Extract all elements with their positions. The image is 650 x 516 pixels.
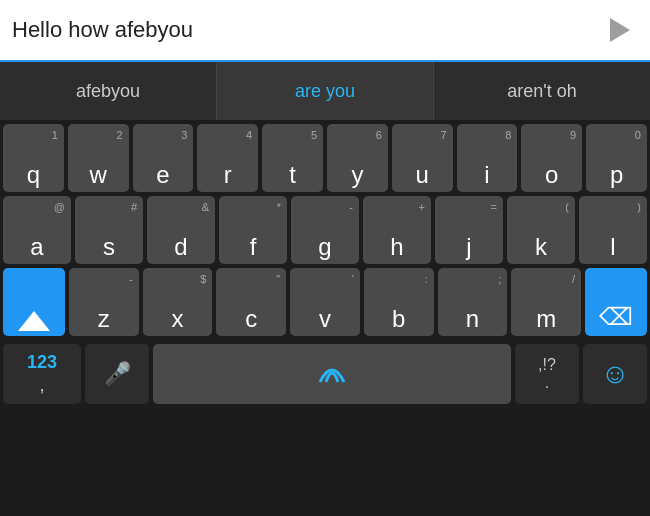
shift-icon: [18, 311, 50, 331]
key-w[interactable]: 2 w: [68, 124, 129, 192]
key-c-secondary: ": [276, 273, 280, 285]
key-c-primary: c: [245, 307, 257, 331]
keyboard: 1 q 2 w 3 e 4 r 5 t 6 y 7 u 8 i: [0, 120, 650, 340]
key-m[interactable]: / m: [511, 268, 581, 336]
key-p-primary: p: [610, 163, 623, 187]
key-i[interactable]: 8 i: [457, 124, 518, 192]
key-f-secondary: *: [277, 201, 281, 213]
key-f-primary: f: [250, 235, 257, 259]
key-q[interactable]: 1 q: [3, 124, 64, 192]
key-o-secondary: 9: [570, 129, 576, 141]
key-w-secondary: 2: [116, 129, 122, 141]
key-d-primary: d: [174, 235, 187, 259]
shift-key[interactable]: [3, 268, 65, 336]
key-b[interactable]: : b: [364, 268, 434, 336]
key-n[interactable]: ; n: [438, 268, 508, 336]
key-row-3: - z $ x " c ' v : b ; n / m ⌫: [3, 268, 647, 336]
emoji-icon: ☺: [601, 358, 630, 390]
key-c[interactable]: " c: [216, 268, 286, 336]
key-k[interactable]: ( k: [507, 196, 575, 264]
key-b-primary: b: [392, 307, 405, 331]
key-v-primary: v: [319, 307, 331, 331]
key-o-primary: o: [545, 163, 558, 187]
key-p-secondary: 0: [635, 129, 641, 141]
period-label: .: [545, 374, 549, 392]
key-q-secondary: 1: [52, 129, 58, 141]
key-j[interactable]: = j: [435, 196, 503, 264]
key-u-primary: u: [416, 163, 429, 187]
backspace-icon: ⌫: [599, 303, 633, 331]
comma-label: ,: [39, 375, 44, 396]
key-s-primary: s: [103, 235, 115, 259]
key-t[interactable]: 5 t: [262, 124, 323, 192]
key-f[interactable]: * f: [219, 196, 287, 264]
punct-key[interactable]: ,!? .: [515, 344, 579, 404]
key-l-secondary: ): [637, 201, 641, 213]
key-g[interactable]: - g: [291, 196, 359, 264]
key-k-primary: k: [535, 235, 547, 259]
key-w-primary: w: [90, 163, 107, 187]
suggestion-3[interactable]: aren't oh: [434, 62, 650, 120]
key-g-primary: g: [318, 235, 331, 259]
suggestions-bar: afebyou are you aren't oh: [0, 62, 650, 120]
key-y[interactable]: 6 y: [327, 124, 388, 192]
suggestion-2[interactable]: are you: [217, 62, 434, 120]
key-u-secondary: 7: [440, 129, 446, 141]
key-row-2: @ a # s & d * f - g + h = j ( k: [3, 196, 647, 264]
key-b-secondary: :: [425, 273, 428, 285]
key-d[interactable]: & d: [147, 196, 215, 264]
key-l[interactable]: ) l: [579, 196, 647, 264]
key-q-primary: q: [27, 163, 40, 187]
space-key[interactable]: [153, 344, 511, 404]
key-n-primary: n: [466, 307, 479, 331]
num-key[interactable]: 123 ,: [3, 344, 81, 404]
key-i-secondary: 8: [505, 129, 511, 141]
key-k-secondary: (: [565, 201, 569, 213]
key-g-secondary: -: [349, 201, 353, 213]
key-s-secondary: #: [131, 201, 137, 213]
key-t-secondary: 5: [311, 129, 317, 141]
mic-key[interactable]: 🎤: [85, 344, 149, 404]
key-z[interactable]: - z: [69, 268, 139, 336]
key-m-primary: m: [536, 307, 556, 331]
mic-icon: 🎤: [104, 361, 131, 387]
key-s[interactable]: # s: [75, 196, 143, 264]
key-a-secondary: @: [54, 201, 65, 213]
key-y-secondary: 6: [376, 129, 382, 141]
key-z-primary: z: [98, 307, 110, 331]
key-r-primary: r: [224, 163, 232, 187]
text-input[interactable]: [12, 17, 598, 43]
send-icon: [610, 18, 630, 42]
key-p[interactable]: 0 p: [586, 124, 647, 192]
key-l-primary: l: [610, 235, 615, 259]
swiftkey-icon: [314, 354, 350, 394]
punct-label: ,!?: [538, 356, 556, 374]
key-e[interactable]: 3 e: [133, 124, 194, 192]
input-bar: [0, 0, 650, 62]
key-r[interactable]: 4 r: [197, 124, 258, 192]
key-u[interactable]: 7 u: [392, 124, 453, 192]
key-a[interactable]: @ a: [3, 196, 71, 264]
suggestion-1[interactable]: afebyou: [0, 62, 217, 120]
backspace-key[interactable]: ⌫: [585, 268, 647, 336]
emoji-key[interactable]: ☺: [583, 344, 647, 404]
key-x[interactable]: $ x: [143, 268, 213, 336]
key-n-secondary: ;: [498, 273, 501, 285]
key-h[interactable]: + h: [363, 196, 431, 264]
num-label: 123: [27, 352, 57, 373]
key-i-primary: i: [484, 163, 489, 187]
key-o[interactable]: 9 o: [521, 124, 582, 192]
key-r-secondary: 4: [246, 129, 252, 141]
key-z-secondary: -: [129, 273, 133, 285]
key-h-primary: h: [390, 235, 403, 259]
key-y-primary: y: [351, 163, 363, 187]
key-row-1: 1 q 2 w 3 e 4 r 5 t 6 y 7 u 8 i: [3, 124, 647, 192]
bottom-row: 123 , 🎤 ,!? . ☺: [0, 340, 650, 408]
key-t-primary: t: [289, 163, 296, 187]
key-h-secondary: +: [419, 201, 425, 213]
key-m-secondary: /: [572, 273, 575, 285]
key-j-secondary: =: [491, 201, 497, 213]
key-e-secondary: 3: [181, 129, 187, 141]
key-v[interactable]: ' v: [290, 268, 360, 336]
send-button[interactable]: [598, 10, 638, 50]
